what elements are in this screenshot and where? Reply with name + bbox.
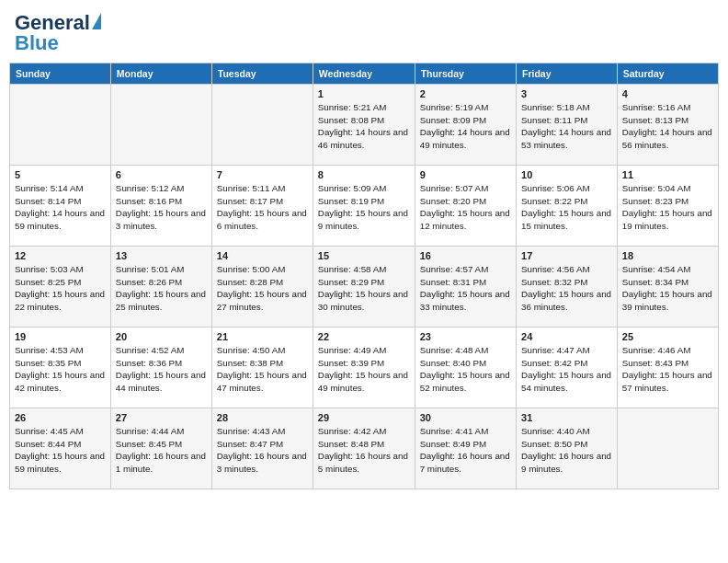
calendar-cell: 15Sunrise: 4:58 AMSunset: 8:29 PMDayligh…	[313, 247, 415, 327]
day-number: 19	[15, 331, 106, 342]
logo: General Blue	[15, 13, 101, 53]
calendar-cell: 23Sunrise: 4:48 AMSunset: 8:40 PMDayligh…	[415, 327, 516, 408]
calendar-week-row: 12Sunrise: 5:03 AMSunset: 8:25 PMDayligh…	[10, 247, 719, 327]
calendar-cell: 26Sunrise: 4:45 AMSunset: 8:44 PMDayligh…	[10, 408, 111, 489]
day-number: 27	[116, 412, 207, 423]
calendar-cell: 5Sunrise: 5:14 AMSunset: 8:14 PMDaylight…	[10, 166, 111, 247]
day-info: Sunrise: 4:44 AMSunset: 8:45 PMDaylight:…	[116, 425, 207, 476]
day-info: Sunrise: 5:21 AMSunset: 8:08 PMDaylight:…	[318, 101, 410, 152]
day-info: Sunrise: 4:40 AMSunset: 8:50 PMDaylight:…	[521, 425, 612, 476]
calendar-week-row: 5Sunrise: 5:14 AMSunset: 8:14 PMDaylight…	[10, 166, 719, 247]
day-info: Sunrise: 5:11 AMSunset: 8:17 PMDaylight:…	[217, 182, 308, 233]
day-info: Sunrise: 5:14 AMSunset: 8:14 PMDaylight:…	[15, 182, 106, 233]
day-info: Sunrise: 5:00 AMSunset: 8:28 PMDaylight:…	[217, 263, 308, 314]
day-info: Sunrise: 4:41 AMSunset: 8:49 PMDaylight:…	[420, 425, 511, 476]
day-number: 21	[217, 331, 308, 342]
day-number: 25	[622, 331, 713, 342]
logo-text-blue: Blue	[15, 33, 59, 53]
day-number: 4	[622, 88, 713, 99]
column-header-monday: Monday	[110, 63, 211, 85]
logo-text: General	[15, 13, 90, 33]
column-header-tuesday: Tuesday	[211, 63, 313, 85]
calendar-cell: 4Sunrise: 5:16 AMSunset: 8:13 PMDaylight…	[617, 85, 718, 166]
day-number: 1	[318, 88, 410, 99]
day-number: 6	[116, 169, 207, 180]
day-info: Sunrise: 4:42 AMSunset: 8:48 PMDaylight:…	[318, 425, 410, 476]
calendar-cell: 25Sunrise: 4:46 AMSunset: 8:43 PMDayligh…	[617, 327, 718, 408]
calendar-cell: 19Sunrise: 4:53 AMSunset: 8:35 PMDayligh…	[10, 327, 111, 408]
calendar-week-row: 26Sunrise: 4:45 AMSunset: 8:44 PMDayligh…	[10, 408, 719, 489]
day-number: 15	[318, 250, 410, 261]
calendar-cell: 13Sunrise: 5:01 AMSunset: 8:26 PMDayligh…	[110, 247, 211, 327]
day-info: Sunrise: 4:47 AMSunset: 8:42 PMDaylight:…	[521, 344, 612, 395]
day-info: Sunrise: 4:50 AMSunset: 8:38 PMDaylight:…	[217, 344, 308, 395]
day-info: Sunrise: 4:49 AMSunset: 8:39 PMDaylight:…	[318, 344, 410, 395]
calendar-cell: 24Sunrise: 4:47 AMSunset: 8:42 PMDayligh…	[517, 327, 618, 408]
calendar-week-row: 1Sunrise: 5:21 AMSunset: 8:08 PMDaylight…	[10, 85, 719, 166]
calendar-cell: 6Sunrise: 5:12 AMSunset: 8:16 PMDaylight…	[110, 166, 211, 247]
day-info: Sunrise: 4:57 AMSunset: 8:31 PMDaylight:…	[420, 263, 511, 314]
day-number: 11	[622, 169, 713, 180]
day-info: Sunrise: 4:46 AMSunset: 8:43 PMDaylight:…	[622, 344, 713, 395]
day-number: 26	[15, 412, 106, 423]
calendar-cell: 21Sunrise: 4:50 AMSunset: 8:38 PMDayligh…	[211, 327, 313, 408]
day-number: 16	[420, 250, 511, 261]
day-info: Sunrise: 4:54 AMSunset: 8:34 PMDaylight:…	[622, 263, 713, 314]
calendar-cell: 14Sunrise: 5:00 AMSunset: 8:28 PMDayligh…	[211, 247, 313, 327]
column-header-wednesday: Wednesday	[313, 63, 415, 85]
day-info: Sunrise: 5:06 AMSunset: 8:22 PMDaylight:…	[521, 182, 612, 233]
day-number: 18	[622, 250, 713, 261]
day-info: Sunrise: 4:52 AMSunset: 8:36 PMDaylight:…	[116, 344, 207, 395]
day-number: 8	[318, 169, 410, 180]
day-number: 7	[217, 169, 308, 180]
column-header-sunday: Sunday	[10, 63, 111, 85]
day-info: Sunrise: 5:16 AMSunset: 8:13 PMDaylight:…	[622, 101, 713, 152]
calendar-cell: 16Sunrise: 4:57 AMSunset: 8:31 PMDayligh…	[415, 247, 516, 327]
calendar-cell: 18Sunrise: 4:54 AMSunset: 8:34 PMDayligh…	[617, 247, 718, 327]
calendar-cell: 29Sunrise: 4:42 AMSunset: 8:48 PMDayligh…	[313, 408, 415, 489]
calendar-cell	[10, 85, 111, 166]
day-info: Sunrise: 4:58 AMSunset: 8:29 PMDaylight:…	[318, 263, 410, 314]
calendar-cell: 17Sunrise: 4:56 AMSunset: 8:32 PMDayligh…	[517, 247, 618, 327]
calendar-cell: 12Sunrise: 5:03 AMSunset: 8:25 PMDayligh…	[10, 247, 111, 327]
day-info: Sunrise: 4:53 AMSunset: 8:35 PMDaylight:…	[15, 344, 106, 395]
day-info: Sunrise: 5:12 AMSunset: 8:16 PMDaylight:…	[116, 182, 207, 233]
column-header-friday: Friday	[517, 63, 618, 85]
day-number: 5	[15, 169, 106, 180]
day-info: Sunrise: 5:03 AMSunset: 8:25 PMDaylight:…	[15, 263, 106, 314]
calendar-cell: 7Sunrise: 5:11 AMSunset: 8:17 PMDaylight…	[211, 166, 313, 247]
day-number: 17	[521, 250, 612, 261]
calendar-cell: 9Sunrise: 5:07 AMSunset: 8:20 PMDaylight…	[415, 166, 516, 247]
day-number: 9	[420, 169, 511, 180]
day-number: 29	[318, 412, 410, 423]
header: General Blue	[9, 9, 719, 57]
day-number: 30	[420, 412, 511, 423]
day-info: Sunrise: 5:18 AMSunset: 8:11 PMDaylight:…	[521, 101, 612, 152]
calendar-cell: 22Sunrise: 4:49 AMSunset: 8:39 PMDayligh…	[313, 327, 415, 408]
calendar-cell: 20Sunrise: 4:52 AMSunset: 8:36 PMDayligh…	[110, 327, 211, 408]
day-number: 24	[521, 331, 612, 342]
day-info: Sunrise: 4:56 AMSunset: 8:32 PMDaylight:…	[521, 263, 612, 314]
day-number: 22	[318, 331, 410, 342]
calendar-table: SundayMondayTuesdayWednesdayThursdayFrid…	[9, 63, 719, 489]
day-number: 14	[217, 250, 308, 261]
day-info: Sunrise: 5:09 AMSunset: 8:19 PMDaylight:…	[318, 182, 410, 233]
day-info: Sunrise: 4:48 AMSunset: 8:40 PMDaylight:…	[420, 344, 511, 395]
day-number: 20	[116, 331, 207, 342]
calendar-cell: 28Sunrise: 4:43 AMSunset: 8:47 PMDayligh…	[211, 408, 313, 489]
calendar-cell: 30Sunrise: 4:41 AMSunset: 8:49 PMDayligh…	[415, 408, 516, 489]
calendar-cell: 27Sunrise: 4:44 AMSunset: 8:45 PMDayligh…	[110, 408, 211, 489]
day-number: 28	[217, 412, 308, 423]
day-info: Sunrise: 4:45 AMSunset: 8:44 PMDaylight:…	[15, 425, 106, 476]
day-number: 2	[420, 88, 511, 99]
calendar-cell: 10Sunrise: 5:06 AMSunset: 8:22 PMDayligh…	[517, 166, 618, 247]
calendar-cell	[211, 85, 313, 166]
day-number: 31	[521, 412, 612, 423]
day-number: 10	[521, 169, 612, 180]
day-info: Sunrise: 5:07 AMSunset: 8:20 PMDaylight:…	[420, 182, 511, 233]
day-info: Sunrise: 5:04 AMSunset: 8:23 PMDaylight:…	[622, 182, 713, 233]
calendar-cell: 3Sunrise: 5:18 AMSunset: 8:11 PMDaylight…	[517, 85, 618, 166]
day-number: 12	[15, 250, 106, 261]
calendar-cell: 31Sunrise: 4:40 AMSunset: 8:50 PMDayligh…	[517, 408, 618, 489]
column-header-thursday: Thursday	[415, 63, 516, 85]
